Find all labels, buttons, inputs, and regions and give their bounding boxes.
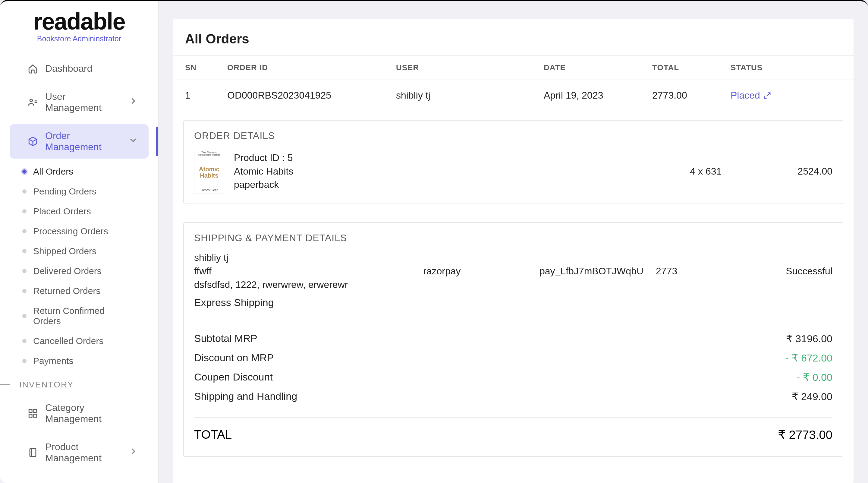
- summary-divider: [194, 417, 832, 418]
- subnav-payments[interactable]: Payments: [0, 352, 158, 370]
- price-summary: Subtotal MRP ₹ 3196.00 Discount on MRP -…: [194, 333, 832, 442]
- chevron-right-icon: [128, 446, 138, 459]
- subnav-payments-label: Payments: [33, 356, 73, 366]
- book-thumbnail: Tiny Changes, Remarkable Results Atomic …: [194, 149, 224, 194]
- col-total[interactable]: TOTAL: [646, 56, 724, 80]
- payment-status: Successful: [728, 266, 832, 277]
- product-row: Tiny Changes, Remarkable Results Atomic …: [194, 149, 832, 194]
- shipping-method: Express Shipping: [194, 297, 832, 308]
- chevron-down-icon: [128, 135, 138, 148]
- order-details-block: ORDER DETAILS Tiny Changes, Remarkable R…: [183, 120, 843, 204]
- discount-label: Discount on MRP: [194, 352, 274, 364]
- subnav-delivered-orders-label: Delivered Orders: [33, 266, 101, 276]
- nav-product-management[interactable]: Product Management: [10, 435, 149, 470]
- product-title: Atomic Habits: [234, 164, 293, 178]
- subtotal-value: ₹ 3196.00: [786, 333, 832, 344]
- subnav-shipped-orders-label: Shipped Orders: [33, 246, 96, 256]
- grid-icon: [28, 408, 38, 419]
- home-icon: [28, 64, 38, 74]
- nav-order-management-label: Order Management: [45, 130, 121, 153]
- shipping-payment-block: SHIPPING & PAYMENT DETAILS shibliy tj ff…: [183, 222, 843, 457]
- bullet-icon: [22, 339, 27, 343]
- status-text: Placed: [731, 90, 760, 101]
- col-user[interactable]: USER: [390, 56, 538, 80]
- brand-block: readable Bookstore Admininstrator: [0, 10, 158, 49]
- subnav-all-orders[interactable]: All Orders: [0, 162, 158, 181]
- shipping-value: ₹ 249.00: [792, 390, 832, 402]
- nav-product-management-label: Product Management: [45, 442, 121, 464]
- cell-sn: 1: [173, 80, 221, 111]
- subnav-all-orders-label: All Orders: [33, 167, 73, 177]
- nav-order-management[interactable]: Order Management: [10, 124, 149, 159]
- ship-addr2: dsfsdfsd, 1222, rwerwrew, erwerewr: [194, 278, 411, 292]
- section-inventory-title: INVENTORY: [0, 373, 158, 394]
- subnav-shipped-orders[interactable]: Shipped Orders: [0, 242, 158, 261]
- status-badge[interactable]: Placed: [731, 90, 847, 101]
- subnav-return-confirmed-orders[interactable]: Return Confirmed Orders: [0, 302, 158, 330]
- svg-point-0: [30, 99, 33, 102]
- sidebar: readable Bookstore Admininstrator Dashbo…: [0, 1, 158, 483]
- nav-user-management[interactable]: User Management: [10, 85, 149, 119]
- orders-card: All Orders SN ORDER ID USER DATE TOTAL S…: [173, 19, 854, 483]
- product-info: Product ID : 5 Atomic Habits paperback: [234, 151, 293, 191]
- svg-rect-2: [34, 410, 37, 413]
- svg-rect-5: [30, 449, 36, 456]
- payment-amount: 2773: [656, 266, 716, 277]
- ship-addr1: ffwff: [194, 264, 411, 278]
- subnav-return-confirmed-orders-label: Return Confirmed Orders: [33, 306, 124, 326]
- subnav-cancelled-orders-label: Cancelled Orders: [33, 336, 103, 346]
- product-line-total: 2524.00: [798, 166, 832, 177]
- subtotal-label: Subtotal MRP: [194, 333, 257, 344]
- shipping-payment-heading: SHIPPING & PAYMENT DETAILS: [194, 233, 832, 244]
- bullet-icon: [22, 269, 27, 273]
- nav-dashboard[interactable]: Dashboard: [10, 57, 149, 80]
- coupon-label: Coupen Discount: [194, 371, 273, 383]
- product-id-label: Product ID : 5: [234, 151, 293, 164]
- bullet-icon: [22, 314, 27, 318]
- payment-gateway: razorpay: [423, 266, 527, 277]
- package-icon: [28, 136, 38, 147]
- discount-value: - ₹ 672.00: [785, 352, 832, 364]
- col-date[interactable]: DATE: [538, 56, 646, 80]
- cell-user: shibliy tj: [390, 80, 538, 111]
- bullet-icon: [22, 249, 27, 253]
- subnav-returned-orders[interactable]: Returned Orders: [0, 281, 158, 300]
- subnav-pending-orders[interactable]: Pending Orders: [0, 182, 158, 201]
- svg-rect-4: [34, 414, 37, 417]
- subnav-cancelled-orders[interactable]: Cancelled Orders: [0, 332, 158, 350]
- total-value: ₹ 2773.00: [778, 428, 832, 442]
- thumb-top-text: Tiny Changes, Remarkable Results: [196, 151, 222, 156]
- svg-rect-3: [29, 414, 32, 417]
- brand-logo: readable: [19, 10, 139, 33]
- subnav-delivered-orders[interactable]: Delivered Orders: [0, 262, 158, 280]
- nav-category-management-label: Category Management: [45, 402, 130, 424]
- orders-table: SN ORDER ID USER DATE TOTAL STATUS 1 OD0…: [173, 56, 854, 111]
- product-format: paperback: [234, 178, 293, 191]
- cell-date: April 19, 2023: [538, 80, 646, 111]
- brand-subtitle: Bookstore Admininstrator: [19, 34, 139, 43]
- shipping-address: shibliy tj ffwff dsfsdfsd, 1222, rwerwre…: [194, 251, 411, 291]
- bullet-icon: [22, 359, 27, 363]
- payment-id: pay_LfbJ7mBOTJWqbU: [539, 266, 644, 277]
- product-qty: 4 x 631: [690, 166, 788, 177]
- total-label: TOTAL: [194, 428, 232, 442]
- shipping-label: Shipping and Handling: [194, 390, 297, 402]
- col-sn[interactable]: SN: [173, 56, 221, 80]
- shipping-row: shibliy tj ffwff dsfsdfsd, 1222, rwerwre…: [194, 251, 832, 291]
- primary-nav: Dashboard User Management Order Manageme…: [0, 55, 158, 472]
- users-icon: [28, 97, 38, 107]
- col-status[interactable]: STATUS: [724, 56, 854, 80]
- bullet-icon: [22, 170, 27, 174]
- subnav-processing-orders[interactable]: Processing Orders: [0, 222, 158, 241]
- thumb-title-text: Atomic Habits: [196, 166, 222, 179]
- nav-user-management-label: User Management: [45, 91, 121, 113]
- bullet-icon: [22, 229, 27, 233]
- bullet-icon: [22, 209, 27, 213]
- subnav-pending-orders-label: Pending Orders: [33, 186, 96, 197]
- thumb-author-text: James Clear: [196, 188, 222, 192]
- col-order-id[interactable]: ORDER ID: [221, 56, 390, 80]
- subnav-placed-orders[interactable]: Placed Orders: [0, 202, 158, 221]
- nav-category-management[interactable]: Category Management: [10, 396, 149, 430]
- page-title: All Orders: [173, 31, 854, 56]
- table-row[interactable]: 1 OD000RBS2023041925 shibliy tj April 19…: [173, 80, 854, 111]
